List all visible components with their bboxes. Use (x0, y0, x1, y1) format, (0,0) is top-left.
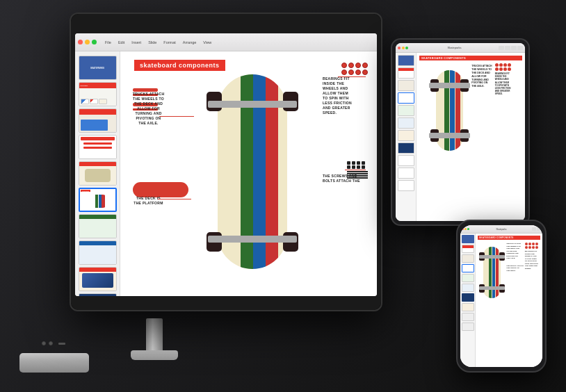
monitor-stand-base (131, 350, 178, 360)
ipad-thumb-8[interactable] (398, 142, 414, 154)
iphone-screen: Skateparks SKATEBOARD COMPONENTS (460, 225, 542, 367)
screw-2 (352, 161, 355, 165)
iphone-truck-bottom (479, 286, 505, 290)
iphone-bd-1 (525, 243, 528, 245)
screw-row-2 (347, 165, 368, 169)
deck-annotation: THE DECK IS THE PLATFORM (126, 196, 171, 206)
iphone-thumb-2[interactable] (462, 245, 474, 253)
ipad-bearings-area: BEARINGS FITINSIDE THEWHEELS ANDALLOW TH… (495, 62, 511, 159)
bearing-2 (348, 63, 354, 68)
iphone-min[interactable] (464, 228, 467, 230)
slide-thumb-9[interactable] (79, 267, 117, 291)
ipad-bd-5 (495, 67, 499, 71)
mac-mini-ports (42, 334, 65, 353)
toolbar-view[interactable]: View (200, 40, 214, 45)
slide-thumb-6[interactable]: skateboard (79, 188, 117, 212)
ipad-icon-3[interactable] (511, 46, 517, 50)
ipad-thumb-7[interactable] (398, 130, 414, 141)
ipad-thumb-4-active[interactable] (398, 92, 414, 104)
ipad-screen: Skateparks (396, 43, 525, 221)
slide-thumb-7[interactable] (79, 214, 117, 238)
iphone-bearings-text: BEARINGS FITINSIDE THEWHEELS ANDALLOW TH… (525, 250, 538, 270)
ipad-icon-4[interactable] (517, 46, 523, 50)
bearing-6 (348, 70, 354, 75)
slide-thumb-5[interactable] (79, 161, 117, 186)
bearing-4 (362, 63, 368, 68)
zoom-button[interactable] (92, 40, 97, 44)
iphone-icon-2[interactable] (537, 227, 541, 231)
toolbar-insert[interactable]: Insert (129, 40, 144, 45)
iphone-thumb-7[interactable] (462, 293, 474, 302)
connector-trucks-left (159, 116, 194, 117)
ipad-icon-2[interactable] (505, 46, 510, 50)
bearings-graphic (341, 63, 368, 75)
truck-top (208, 101, 297, 108)
deck-graphic (133, 182, 188, 197)
iphone-thumb-1[interactable] (462, 235, 474, 243)
ipad-thumb-10[interactable] (398, 168, 414, 179)
iphone-thumb-10[interactable] (462, 322, 474, 331)
main-canvas: skateboard components TRUCKS ATTACH THE … (120, 51, 377, 296)
skateboard-main (181, 60, 323, 291)
slide-thumb-1[interactable]: SKATEPARKS (79, 56, 117, 80)
screw-7 (357, 165, 360, 169)
ipad-thumb-9[interactable] (398, 155, 414, 166)
ipad-bd-7 (503, 67, 507, 71)
iphone-thumb-5[interactable] (462, 274, 474, 282)
iphone-slide-title: SKATEBOARD COMPONENTS (478, 236, 540, 240)
ipad-bearing-dots (495, 63, 511, 71)
iphone-bd-5 (525, 246, 528, 249)
ipad-thumb-1[interactable] (398, 55, 414, 66)
toolbar-format[interactable]: Format (161, 40, 178, 45)
ipad-toolbar-icons (499, 46, 523, 50)
iphone-thumb-9[interactable] (462, 313, 474, 321)
bearing-1 (341, 63, 347, 68)
iphone-thumb-3[interactable] (462, 254, 474, 263)
iphone-thumb-6[interactable] (462, 284, 474, 292)
ipad-zoom[interactable] (405, 47, 408, 49)
slide-thumb-2[interactable]: HISTORY (79, 82, 117, 106)
connector-bearings (338, 76, 366, 77)
toolbar-edit[interactable]: Edit (115, 40, 127, 45)
iphone-thumb-8[interactable] (462, 303, 474, 311)
slide-thumb-4[interactable] (79, 135, 117, 159)
slide-thumb-3[interactable] (79, 108, 117, 133)
ipad-bd-3 (503, 63, 507, 67)
bearing-8 (362, 70, 368, 75)
minimize-button[interactable] (85, 40, 90, 44)
iphone-slide-content: SKATEBOARD COMPONENTS (478, 236, 540, 365)
slide-thumb-10[interactable] (79, 293, 117, 296)
ipad-thumb-11[interactable] (398, 180, 414, 191)
monitor-screen: File Edit Insert Slide Format Arrange Vi… (75, 33, 377, 296)
ipad-slide-content: SKATEBOARD COMPONENTS (419, 56, 522, 218)
ipad-close[interactable] (398, 47, 401, 49)
toolbar-arrange[interactable]: Arrange (180, 40, 200, 45)
iphone-icon-1[interactable] (532, 227, 536, 231)
iphone-zoom[interactable] (467, 228, 469, 230)
iphone-bearing-dots (525, 243, 538, 249)
iphone-board-area: TRUCKS ATTACHTHE WHEELS TOTHE DECK ANDAL… (478, 241, 540, 304)
monitor-stand-neck (146, 318, 163, 353)
iphone-thumb-4-active[interactable] (462, 264, 474, 272)
bearings-annotation: BEARINGS FIT INSIDE THE WHEELS AND ALLOW… (323, 76, 370, 115)
ipad-slide-list (396, 53, 417, 221)
toolbar-slide[interactable]: Slide (145, 40, 159, 45)
iphone-bd-7 (532, 246, 535, 249)
slide-thumb-8[interactable] (79, 240, 117, 265)
ipad-thumb-6[interactable] (398, 117, 414, 129)
ipad-min[interactable] (402, 47, 405, 49)
iphone-bd-3 (532, 243, 535, 245)
iphone-close[interactable] (462, 228, 464, 230)
iphone: Skateparks SKATEBOARD COMPONENTS (456, 220, 547, 373)
ipad-bearings-text: BEARINGS FITINSIDE THEWHEELS ANDALLOW TH… (495, 72, 511, 96)
close-button[interactable] (78, 40, 83, 44)
iphone-bd-6 (528, 246, 531, 249)
ipad-icon-1[interactable] (499, 46, 504, 50)
ipad-thumb-2[interactable] (398, 67, 414, 79)
ipad-thumb-5[interactable] (398, 105, 414, 116)
ipad-thumb-3[interactable] (398, 80, 414, 91)
keynote-toolbar: File Edit Insert Slide Format Arrange Vi… (75, 33, 377, 51)
slide-thumbnails: SKATEPARKS HISTORY (75, 56, 120, 296)
toolbar-file[interactable]: File (102, 40, 114, 45)
iphone-annotations: TRUCKS ATTACHTHE WHEELS TOTHE DECK ANDAL… (506, 241, 524, 304)
